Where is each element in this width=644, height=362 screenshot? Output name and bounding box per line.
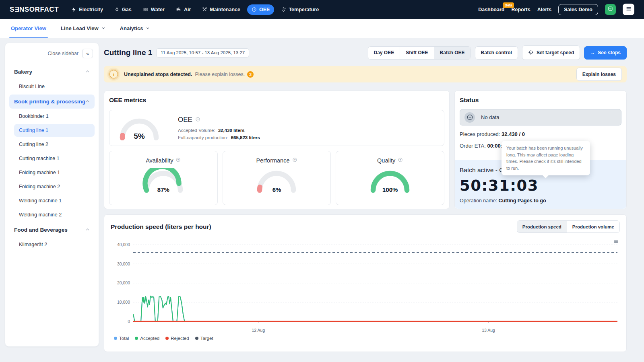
sidebar-item-cutting-line-1[interactable]: Cutting line 1 xyxy=(14,124,95,137)
sidebar-item-welding-machine-2[interactable]: Welding machine 2 xyxy=(14,208,95,221)
legend-label: Rejected xyxy=(171,336,189,341)
chevron-down-icon xyxy=(146,25,150,31)
sidebar-item-welding-machine-1[interactable]: Welding machine 1 xyxy=(14,194,95,207)
metric-card-quality: Quality?100% xyxy=(336,151,444,205)
banner-link-text[interactable]: Please explain losses. xyxy=(195,72,245,77)
chevron-up-icon xyxy=(85,227,90,233)
svg-text:0: 0 xyxy=(128,319,130,324)
status-title: Status xyxy=(460,97,621,104)
production-toggle: Production speedProduction volume xyxy=(517,220,620,233)
chevron-up-icon xyxy=(85,99,90,105)
menu-item-temperature[interactable]: Temperature xyxy=(277,4,323,15)
sidebar-item-cutting-line-2[interactable]: Cutting line 2 xyxy=(14,138,95,151)
chat-icon xyxy=(607,6,613,13)
chevron-up-icon xyxy=(85,69,90,75)
tab-analytics[interactable]: Analytics xyxy=(120,19,150,38)
legend-dot xyxy=(114,337,117,340)
operation-name-line: Operation name: Cutting Pages to go xyxy=(460,198,621,204)
sidebar-group-bakery[interactable]: Bakery xyxy=(9,65,95,79)
legend-label: Total xyxy=(119,336,129,341)
batch-control-button[interactable]: Batch control xyxy=(475,46,518,60)
nav-alerts[interactable]: Alerts xyxy=(537,7,551,12)
toggle-production-volume[interactable]: Production volume xyxy=(567,221,619,232)
banner-bold-text: Unexplained stops detected. xyxy=(124,72,192,77)
arrow-right-icon: → xyxy=(590,50,595,56)
hamburger-menu-button[interactable] xyxy=(623,4,634,15)
metric-label: Quality xyxy=(377,157,395,164)
sidebar-item-biscuit-line[interactable]: Biscuit Line xyxy=(14,80,95,93)
menu-item-water[interactable]: Water xyxy=(138,4,169,15)
legend-item-target[interactable]: Target xyxy=(195,336,213,341)
view-button-day-oee[interactable]: Day OEE xyxy=(368,47,400,59)
metric-label: Availability xyxy=(146,157,173,164)
operation-name-value: Cutting Pages to go xyxy=(499,198,546,204)
toggle-production-speed[interactable]: Production speed xyxy=(517,221,567,232)
legend-label: Target xyxy=(200,336,213,341)
production-speed-card: Production speed (liters per hour) Produ… xyxy=(104,214,627,352)
group-label: Bakery xyxy=(14,69,32,75)
sidebar-item-bookbinder-1[interactable]: Bookbinder 1 xyxy=(14,110,95,123)
sidebar-item-folding-machine-2[interactable]: Folding machine 2 xyxy=(14,180,95,193)
beta-badge: Beta xyxy=(503,2,514,8)
help-icon[interactable]: ? xyxy=(195,116,200,124)
chevron-down-icon xyxy=(101,25,105,31)
menu-item-gas[interactable]: Gas xyxy=(110,4,136,15)
nav-dashboard[interactable]: Dashboard Beta xyxy=(478,7,504,12)
see-stops-button[interactable]: → See stops xyxy=(584,46,627,60)
help-icon[interactable]: ? xyxy=(175,157,181,164)
view-button-shift-oee[interactable]: Shift OEE xyxy=(400,47,433,59)
lightning-icon xyxy=(71,7,76,12)
pieces-produced-value: 32.430 / 0 xyxy=(502,131,525,137)
svg-text:30,000: 30,000 xyxy=(117,261,130,266)
tab-operator-view[interactable]: Operator View xyxy=(11,19,46,38)
sidebar-item-folding-machine-1[interactable]: Folding machine 1 xyxy=(14,166,95,179)
help-icon[interactable]: ? xyxy=(398,157,403,164)
svg-text:?: ? xyxy=(294,159,295,161)
menu-item-label: Air xyxy=(184,7,191,12)
menu-item-oee[interactable]: OEE xyxy=(247,4,274,15)
sidebar-group-book-printing-processing[interactable]: Book printing & processing xyxy=(9,95,95,109)
target-icon xyxy=(528,49,534,56)
menu-item-label: Water xyxy=(151,7,165,12)
performance-gauge: 6% xyxy=(253,168,300,193)
availability-gauge: 87% xyxy=(140,168,187,193)
group-label: Food and Beverages xyxy=(14,227,68,233)
main-content: Cutting line 1 11 Aug 2025, 10:57 - 13 A… xyxy=(104,43,627,352)
legend-item-total[interactable]: Total xyxy=(114,336,129,341)
menu-item-label: Maintenance xyxy=(210,7,240,12)
legend-dot xyxy=(135,337,138,340)
production-speed-chart[interactable]: 010,00020,00030,00040,00012 Aug13 Aug xyxy=(111,234,621,336)
legend-item-rejected[interactable]: Rejected xyxy=(165,336,189,341)
gauge-icon xyxy=(252,7,257,12)
close-sidebar-label[interactable]: Close sidebar xyxy=(48,51,78,56)
tools-icon xyxy=(202,7,207,12)
menu-item-electricity[interactable]: Electricity xyxy=(67,4,107,15)
batch-timer: 50:31:03 xyxy=(460,177,621,194)
tab-line-lead-view[interactable]: Line Lead View xyxy=(61,19,105,38)
legend-item-accepted[interactable]: Accepted xyxy=(135,336,159,341)
chart-context-menu-icon[interactable] xyxy=(613,238,619,245)
help-icon[interactable]: ? xyxy=(292,157,297,164)
sales-demo-button[interactable]: Sales Demo xyxy=(558,4,598,15)
menu-item-air[interactable]: Air xyxy=(171,4,195,15)
date-range-chip[interactable]: 11 Aug 2025, 10:57 - 13 Aug 2025, 13:27 xyxy=(156,48,249,58)
sidebar-item-cutting-machine-1[interactable]: Cutting machine 1 xyxy=(14,152,95,165)
accepted-volume-label: Accepted Volume: xyxy=(178,128,215,133)
legend-dot xyxy=(165,337,169,340)
oee-label: OEE xyxy=(178,116,192,124)
svg-text:?: ? xyxy=(197,118,199,120)
explain-losses-button[interactable]: Explain losses xyxy=(576,68,622,81)
sidebar-item-klimager-t-2[interactable]: Klimagerät 2 xyxy=(14,238,95,251)
minus-circle-icon xyxy=(464,112,475,123)
view-button-batch-oee[interactable]: Batch OEE xyxy=(434,47,471,59)
sidebar-group-food-and-beverages[interactable]: Food and Beverages xyxy=(9,223,95,237)
set-target-speed-button[interactable]: Set target speed xyxy=(522,45,580,60)
nav-reports[interactable]: Reports xyxy=(511,7,530,12)
waves-icon xyxy=(143,7,149,12)
menu-item-maintenance[interactable]: Maintenance xyxy=(198,4,245,15)
unexplained-stops-banner: i Unexplained stops detected. Please exp… xyxy=(104,66,627,82)
flame-icon xyxy=(114,7,120,12)
collapse-sidebar-button[interactable]: « xyxy=(82,49,93,58)
chat-button[interactable] xyxy=(605,4,616,15)
machine-status-box: No data xyxy=(460,109,621,125)
